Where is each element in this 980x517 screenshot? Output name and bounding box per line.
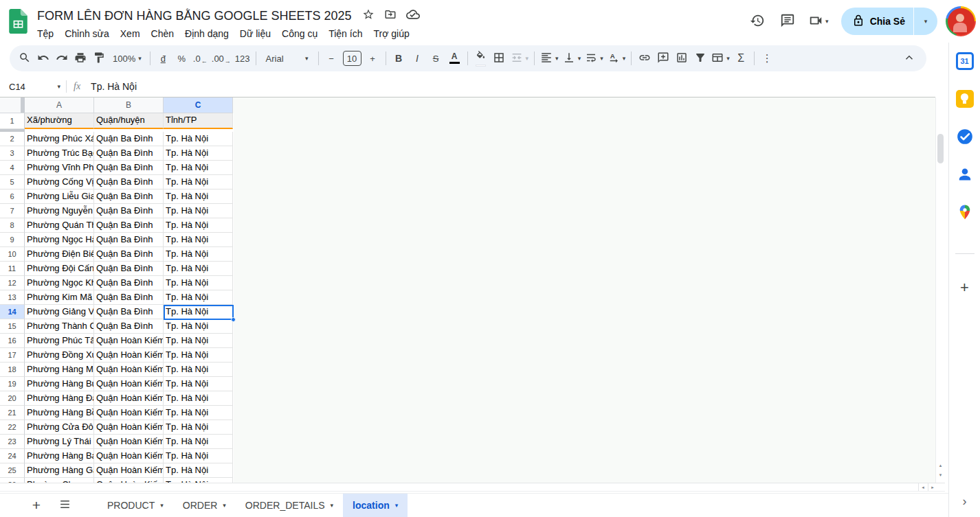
decrease-font-size-button[interactable]: − [322,49,341,68]
row-header[interactable]: 3 [0,146,25,161]
cell[interactable]: Quận Ba Đình [94,247,164,262]
insert-comment-button[interactable] [654,49,672,68]
cell[interactable]: Tp. Hà Nội [164,132,233,146]
scroll-left-button[interactable]: ◂ [918,483,927,491]
cell[interactable]: Quận Ba Đình [94,290,164,305]
cell[interactable]: Quận Hoàn Kiếm [94,406,164,420]
comments-button[interactable] [774,8,801,35]
row-header[interactable]: 13 [0,290,25,305]
cell[interactable]: Quận Hoàn Kiếm [94,435,164,449]
cell[interactable]: Tp. Hà Nội [164,319,233,334]
cell[interactable]: Phường Đồng Xuân [25,348,94,363]
maps-icon[interactable] [956,203,974,221]
horizontal-align-button[interactable]: ▾ [538,49,561,68]
row-header[interactable]: 7 [0,204,25,218]
cell[interactable]: Tp. Hà Nội [164,161,233,175]
cell[interactable]: Phường Phúc Tân [25,334,94,348]
cell[interactable]: Tp. Hà Nội [164,391,233,406]
cell[interactable]: Quận Ba Đình [94,175,164,189]
format-percent-button[interactable]: % [172,49,191,68]
vertical-align-button[interactable]: ▾ [561,49,583,68]
cell[interactable]: Phường Phúc Xá [25,132,94,146]
cell[interactable]: Quận Ba Đình [94,132,164,146]
cell[interactable]: Phường Liễu Giai [25,189,94,204]
scroll-right-button[interactable]: ▸ [928,483,937,491]
contacts-icon[interactable] [956,165,974,183]
tab-menu-caret[interactable]: ▾ [223,503,226,509]
text-rotation-button[interactable]: A ▾ [605,49,628,68]
row-header[interactable]: 9 [0,233,25,247]
menu-item[interactable]: Chèn [146,26,179,41]
tab-menu-caret[interactable]: ▾ [160,503,164,509]
scroll-up-button[interactable]: ▴ [936,461,945,470]
version-history-button[interactable] [744,8,771,35]
cell[interactable]: Tp. Hà Nội [164,262,233,276]
horizontal-scrollbar[interactable]: ◂ ▸ [0,483,945,492]
insert-chart-button[interactable] [672,49,691,68]
cell[interactable]: Phường Hàng Mã [25,363,94,377]
cell[interactable]: Quận Hoàn Kiếm [94,463,164,478]
cell[interactable]: Phường Lý Thái Tổ [25,435,94,449]
cell[interactable]: Phường Giảng Võ [25,305,94,319]
row-header[interactable]: 8 [0,218,25,233]
menu-item[interactable]: Tiện ích [323,26,368,41]
cell[interactable]: Phường Nguyễn Trung Trực [25,204,94,218]
row-header[interactable]: 6 [0,189,25,204]
star-icon[interactable] [362,8,375,23]
cell[interactable]: Phường Chương Dương [25,478,94,483]
cell[interactable]: Quận Hoàn Kiếm [94,363,164,377]
tab-menu-caret[interactable]: ▾ [331,503,334,509]
cell[interactable]: Quận Ba Đình [94,204,164,218]
cell[interactable]: Phường Cửa Đông [25,420,94,435]
keep-icon[interactable] [956,90,974,108]
text-wrap-button[interactable]: ▾ [583,49,605,68]
account-avatar[interactable] [946,6,976,36]
row-header[interactable]: 21 [0,406,25,420]
formula-input[interactable]: Tp. Hà Nội [91,81,137,92]
row-header[interactable]: 26 [0,478,25,483]
get-add-ons-button[interactable]: + [960,279,969,297]
more-formats-button[interactable]: 123 [233,49,252,68]
cell[interactable]: Tp. Hà Nội [164,204,233,218]
tab-order[interactable]: ORDER▾ [173,494,236,517]
calendar-icon[interactable]: 31 [956,52,974,70]
cell[interactable]: Tp. Hà Nội [164,420,233,435]
row-header[interactable]: 24 [0,449,25,463]
decrease-decimal-button[interactable]: .0← [191,49,210,68]
meet-button[interactable]: ▾ [804,13,833,30]
insert-link-button[interactable] [635,49,654,68]
cell[interactable]: Phường Điện Biên [25,247,94,262]
row-header[interactable]: 5 [0,175,25,189]
cell[interactable]: Quận Hoàn Kiếm [94,478,164,483]
row-header[interactable]: 10 [0,247,25,262]
cell[interactable]: Tp. Hà Nội [164,334,233,348]
increase-decimal-button[interactable]: .00→ [210,49,233,68]
cell[interactable]: Tp. Hà Nội [164,348,233,363]
merge-cells-button[interactable]: ▾ [509,49,531,68]
move-folder-icon[interactable] [384,8,397,23]
menu-item[interactable]: Trợ giúp [368,26,414,41]
menu-item[interactable]: Chỉnh sửa [59,26,115,41]
cell[interactable]: Tp. Hà Nội [164,290,233,305]
font-size-input[interactable]: 10 [343,51,361,66]
cell[interactable]: Quận Hoàn Kiếm [94,348,164,363]
search-menus-button[interactable] [15,49,34,68]
cell[interactable]: Tp. Hà Nội [164,218,233,233]
cell[interactable]: Tp. Hà Nội [164,363,233,377]
fill-color-button[interactable] [471,49,490,68]
tab-product[interactable]: PRODUCT▾ [98,494,173,517]
row-header[interactable]: 4 [0,161,25,175]
menu-item[interactable]: Định dạng [179,26,234,41]
print-button[interactable] [71,49,89,68]
cell[interactable]: Tỉnh/TP [164,113,233,129]
cell[interactable]: Phường Thành Công [25,319,94,334]
cell[interactable]: Xã/phường [25,113,94,129]
cell[interactable]: Tp. Hà Nội [164,449,233,463]
cell[interactable]: Tp. Hà Nội [164,478,233,483]
cell[interactable]: Quận Ba Đình [94,189,164,204]
row-header[interactable]: 25 [0,463,25,478]
tab-menu-caret[interactable]: ▾ [395,503,399,509]
cell[interactable]: Tp. Hà Nội [164,175,233,189]
cell[interactable]: Phường Hàng Đào [25,391,94,406]
cell[interactable]: Phường Đội Cấn [25,262,94,276]
